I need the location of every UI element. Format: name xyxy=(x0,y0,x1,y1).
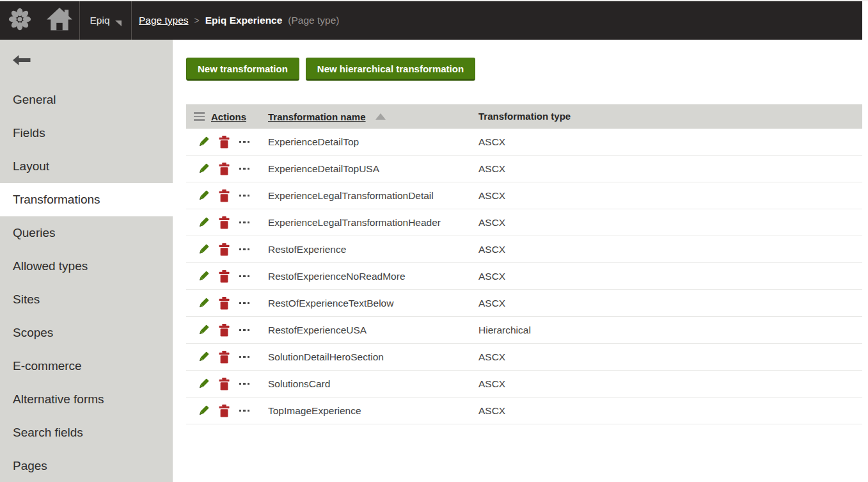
edit-pencil-icon[interactable] xyxy=(197,296,210,310)
more-actions-icon[interactable] xyxy=(238,162,251,176)
delete-trash-icon[interactable] xyxy=(217,377,230,391)
transformation-name-cell: RestOfExperienceTextBelow xyxy=(268,298,478,309)
delete-trash-icon[interactable] xyxy=(217,243,230,257)
edit-pencil-icon[interactable] xyxy=(197,269,210,284)
sidebar-item-label: General xyxy=(13,93,56,107)
sidebar-item-label: Layout xyxy=(13,159,49,173)
sidebar-item-fields[interactable]: Fields xyxy=(0,116,173,150)
header-separator xyxy=(131,1,132,40)
sidebar-item-transformations[interactable]: Transformations xyxy=(0,183,173,216)
sidebar-item-general[interactable]: General xyxy=(0,83,173,116)
table-header-row: Actions Transformation name Transformati… xyxy=(186,104,862,129)
edit-pencil-icon[interactable] xyxy=(197,189,210,203)
sidebar-item-label: Search fields xyxy=(13,426,83,440)
site-selector[interactable]: Epiq xyxy=(80,1,131,40)
site-selector-label: Epiq xyxy=(90,15,109,26)
new-transformation-button[interactable]: New transformation xyxy=(186,58,299,81)
delete-trash-icon[interactable] xyxy=(217,162,230,176)
delete-trash-icon[interactable] xyxy=(217,404,230,418)
sidebar-item-label: Queries xyxy=(13,226,56,240)
sidebar-item-pages[interactable]: Pages xyxy=(0,449,173,482)
more-actions-icon[interactable] xyxy=(238,243,251,257)
transformation-name-cell: ExperienceDetailTop xyxy=(268,136,478,148)
sidebar-item-e-commerce[interactable]: E-commerce xyxy=(0,349,173,383)
breadcrumb-link-page-types[interactable]: Page types xyxy=(139,15,189,26)
sidebar-item-scopes[interactable]: Scopes xyxy=(0,316,173,349)
table-row: RestofExperienceNoReadMore ASCX xyxy=(186,263,862,290)
more-actions-icon[interactable] xyxy=(238,404,251,418)
edit-pencil-icon[interactable] xyxy=(197,323,210,337)
breadcrumb-chevron-icon: > xyxy=(194,15,200,26)
transformation-name-cell: ExperienceDetailTopUSA xyxy=(268,163,478,175)
transformation-name-cell: RestofExperience xyxy=(268,244,478,255)
kentico-logo-icon xyxy=(7,6,33,35)
transformation-name-cell: RestofExperienceNoReadMore xyxy=(268,271,478,282)
table-row: RestofExperienceUSA Hierarchical xyxy=(186,317,862,344)
sidebar-item-queries[interactable]: Queries xyxy=(0,216,173,250)
sidebar-nav: General Fields Layout Transformations Qu… xyxy=(0,83,173,482)
main-content: New transformation New hierarchical tran… xyxy=(173,40,862,482)
delete-trash-icon[interactable] xyxy=(217,269,230,284)
delete-trash-icon[interactable] xyxy=(217,323,230,337)
breadcrumb-current-page: Epiq Experience xyxy=(205,15,283,26)
table-row: TopImageExperience ASCX xyxy=(186,398,862,424)
delete-trash-icon[interactable] xyxy=(217,135,230,149)
edit-pencil-icon[interactable] xyxy=(197,377,210,391)
sidebar-item-sites[interactable]: Sites xyxy=(0,283,173,316)
transformation-type-cell: ASCX xyxy=(478,405,862,417)
edit-pencil-icon[interactable] xyxy=(197,135,210,149)
transformation-type-cell: ASCX xyxy=(478,163,862,175)
edit-pencil-icon[interactable] xyxy=(197,162,210,176)
more-actions-icon[interactable] xyxy=(238,189,251,203)
sidebar-item-allowed-types[interactable]: Allowed types xyxy=(0,250,173,283)
sidebar-item-search-fields[interactable]: Search fields xyxy=(0,416,173,449)
sidebar-item-alternative-forms[interactable]: Alternative forms xyxy=(0,383,173,416)
transformation-type-cell: ASCX xyxy=(478,136,862,148)
more-actions-icon[interactable] xyxy=(238,296,251,310)
new-hierarchical-transformation-button[interactable]: New hierarchical transformation xyxy=(306,58,475,81)
table-menu-icon[interactable] xyxy=(194,112,205,121)
more-actions-icon[interactable] xyxy=(238,323,251,337)
breadcrumb-page-type-suffix: (Page type) xyxy=(288,15,339,26)
transformation-type-cell: ASCX xyxy=(478,190,862,202)
transformation-name-cell: SolutionDetailHeroSection xyxy=(268,351,478,363)
table-row: ExperienceDetailTop ASCX xyxy=(186,129,862,156)
delete-trash-icon[interactable] xyxy=(217,350,230,364)
edit-pencil-icon[interactable] xyxy=(197,216,210,230)
table-row: ExperienceLegalTransformationHeader ASCX xyxy=(186,209,862,236)
sidebar-item-layout[interactable]: Layout xyxy=(0,150,173,183)
sidebar-item-label: Transformations xyxy=(13,193,100,207)
delete-trash-icon[interactable] xyxy=(217,296,230,310)
more-actions-icon[interactable] xyxy=(238,135,251,149)
column-header-transformation-type: Transformation type xyxy=(478,111,571,122)
edit-pencil-icon[interactable] xyxy=(197,243,210,257)
delete-trash-icon[interactable] xyxy=(217,189,230,203)
app-switcher-button[interactable] xyxy=(0,1,40,40)
back-button[interactable] xyxy=(0,40,173,83)
more-actions-icon[interactable] xyxy=(238,216,251,230)
more-actions-icon[interactable] xyxy=(238,377,251,391)
sidebar-item-label: Fields xyxy=(13,126,45,140)
table-body: ExperienceDetailTop ASCX xyxy=(186,129,862,424)
table-row: ExperienceDetailTopUSA ASCX xyxy=(186,156,862,182)
back-arrow-icon xyxy=(12,54,31,68)
caret-down-icon xyxy=(115,17,122,29)
breadcrumb: Page types > Epiq Experience (Page type) xyxy=(139,15,340,26)
edit-pencil-icon[interactable] xyxy=(197,350,210,364)
edit-pencil-icon[interactable] xyxy=(197,404,210,418)
sidebar-item-label: Pages xyxy=(13,459,47,473)
table-row: RestofExperience ASCX xyxy=(186,236,862,263)
column-header-actions[interactable]: Actions xyxy=(211,111,246,122)
transformation-type-cell: Hierarchical xyxy=(478,325,862,336)
transformation-type-cell: ASCX xyxy=(478,271,862,282)
sidebar-item-label: Allowed types xyxy=(13,259,88,273)
more-actions-icon[interactable] xyxy=(238,350,251,364)
transformation-name-cell: RestofExperienceUSA xyxy=(268,325,478,336)
table-row: RestOfExperienceTextBelow ASCX xyxy=(186,290,862,317)
sidebar-item-label: Scopes xyxy=(13,326,53,340)
home-button[interactable] xyxy=(40,1,79,40)
delete-trash-icon[interactable] xyxy=(217,216,230,230)
column-header-transformation-name[interactable]: Transformation name xyxy=(268,111,366,122)
transformation-name-cell: TopImageExperience xyxy=(268,405,478,417)
more-actions-icon[interactable] xyxy=(238,269,251,284)
